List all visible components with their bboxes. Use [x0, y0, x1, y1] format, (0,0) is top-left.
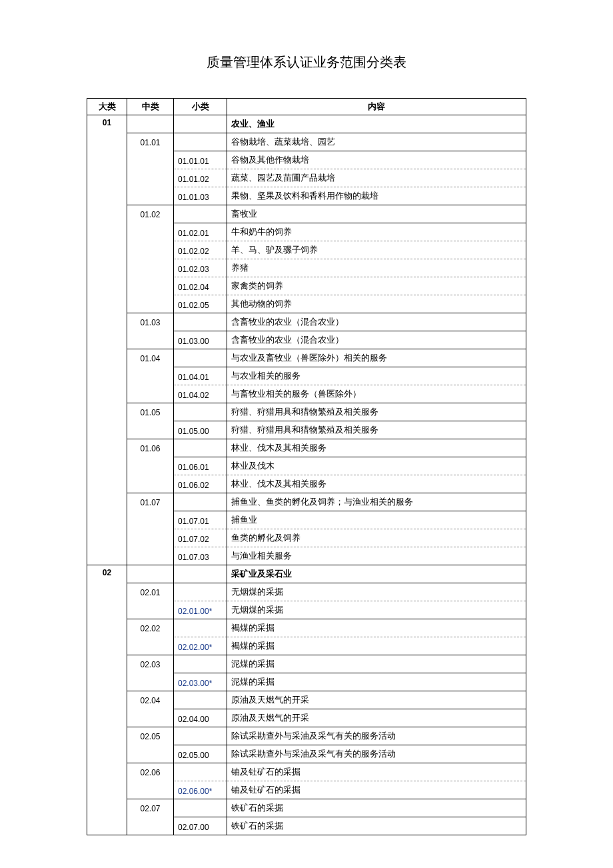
table-row: 01.02.01牛和奶牛的饲养: [87, 223, 526, 241]
cell-major: [87, 367, 127, 385]
table-row: 01.03含畜牧业的农业（混合农业）: [87, 313, 526, 331]
cell-mid: 01.07: [127, 493, 174, 511]
cell-content: 铀及钍矿石的采掘: [227, 763, 526, 781]
cell-mid: [127, 745, 174, 763]
cell-major: [87, 763, 127, 781]
cell-mid: 01.05: [127, 403, 174, 421]
table-row: 01.06.02林业、伐木及其相关服务: [87, 475, 526, 493]
cell-sub: 01.02.03: [174, 259, 227, 277]
cell-sub: 01.02.05: [174, 295, 227, 313]
table-row: 01.01谷物栽培、蔬菜栽培、园艺: [87, 133, 526, 151]
cell-sub: 01.05.00: [174, 421, 227, 439]
cell-major: [87, 169, 127, 187]
cell-content: 鱼类的孵化及饲养: [227, 529, 526, 547]
table-row: 01.06.01林业及伐木: [87, 457, 526, 475]
table-row: 01.02.04家禽类的饲养: [87, 277, 526, 295]
cell-sub: [174, 763, 227, 781]
cell-major: 01: [87, 115, 127, 133]
cell-mid: 02.05: [127, 727, 174, 745]
cell-content: 捕鱼业、鱼类的孵化及饲养；与渔业相关的服务: [227, 493, 526, 511]
cell-mid: [127, 475, 174, 493]
table-row: 01.05狩猎、狩猎用具和猎物繁殖及相关服务: [87, 403, 526, 421]
cell-mid: [127, 781, 174, 799]
cell-major: [87, 151, 127, 169]
cell-mid: [127, 295, 174, 313]
cell-content: 谷物及其他作物栽培: [227, 151, 526, 169]
cell-sub: [174, 403, 227, 421]
cell-mid: [127, 547, 174, 565]
cell-sub: 01.07.03: [174, 547, 227, 565]
cell-content: 林业、伐木及其相关服务: [227, 439, 526, 457]
cell-mid: 01.04: [127, 349, 174, 367]
cell-major: [87, 133, 127, 151]
table-row: 02.02褐煤的采掘: [87, 619, 526, 637]
cell-sub: [174, 619, 227, 637]
cell-major: [87, 187, 127, 205]
cell-mid: [127, 187, 174, 205]
cell-mid: [127, 817, 174, 835]
table-row: 01农业、渔业: [87, 115, 526, 133]
cell-content: 铁矿石的采掘: [227, 817, 526, 835]
header-content: 内容: [227, 99, 526, 115]
cell-sub: 01.07.01: [174, 511, 227, 529]
table-row: 01.02畜牧业: [87, 205, 526, 223]
cell-sub: 01.02.01: [174, 223, 227, 241]
cell-major: [87, 601, 127, 619]
table-row: 01.02.02羊、马、驴及骡子饲养: [87, 241, 526, 259]
cell-content: 除试采勘查外与采油及采气有关的服务活动: [227, 727, 526, 745]
cell-sub: 01.02.04: [174, 277, 227, 295]
cell-major: [87, 529, 127, 547]
cell-content: 泥煤的采掘: [227, 673, 526, 691]
table-row: 01.01.02蔬菜、园艺及苗圃产品栽培: [87, 169, 526, 187]
cell-major: [87, 313, 127, 331]
cell-mid: [127, 223, 174, 241]
cell-sub: 02.07.00: [174, 817, 227, 835]
cell-mid: 02.06: [127, 763, 174, 781]
cell-mid: [127, 169, 174, 187]
table-header-row: 大类 中类 小类 内容: [87, 99, 526, 115]
cell-sub: [174, 583, 227, 601]
cell-major: [87, 709, 127, 727]
table-row: 02.03.00*泥煤的采掘: [87, 673, 526, 691]
table-row: 02.05.00除试采勘查外与采油及采气有关的服务活动: [87, 745, 526, 763]
cell-content: 畜牧业: [227, 205, 526, 223]
cell-sub: 02.03.00*: [174, 673, 227, 691]
cell-sub: 01.03.00: [174, 331, 227, 349]
cell-major: [87, 403, 127, 421]
cell-sub: 02.02.00*: [174, 637, 227, 655]
cell-mid: [127, 259, 174, 277]
header-mid: 中类: [127, 99, 174, 115]
cell-major: [87, 493, 127, 511]
cell-sub: 01.04.01: [174, 367, 227, 385]
cell-sub: [174, 133, 227, 151]
cell-content: 林业、伐木及其相关服务: [227, 475, 526, 493]
table-row: 01.04.02与畜牧业相关的服务（兽医除外）: [87, 385, 526, 403]
cell-major: [87, 691, 127, 709]
cell-content: 谷物栽培、蔬菜栽培、园艺: [227, 133, 526, 151]
cell-major: [87, 655, 127, 673]
cell-content: 无烟煤的采掘: [227, 601, 526, 619]
document-page: 质量管理体系认证业务范围分类表 大类 中类 小类 内容 01农业、渔业01.01…: [0, 0, 613, 835]
cell-content: 牛和奶牛的饲养: [227, 223, 526, 241]
header-sub: 小类: [174, 99, 227, 115]
cell-sub: 02.04.00: [174, 709, 227, 727]
cell-mid: [127, 529, 174, 547]
cell-sub: 01.01.03: [174, 187, 227, 205]
cell-content: 农业、渔业: [227, 115, 526, 133]
cell-major: [87, 259, 127, 277]
cell-mid: [127, 331, 174, 349]
cell-content: 原油及天燃气的开采: [227, 709, 526, 727]
cell-mid: [127, 709, 174, 727]
cell-major: [87, 745, 127, 763]
table-row: 01.04.01与农业相关的服务: [87, 367, 526, 385]
cell-sub: 01.02.02: [174, 241, 227, 259]
cell-sub: [174, 691, 227, 709]
table-row: 02.03泥煤的采掘: [87, 655, 526, 673]
cell-sub: 01.06.01: [174, 457, 227, 475]
cell-content: 家禽类的饲养: [227, 277, 526, 295]
cell-sub: 01.07.02: [174, 529, 227, 547]
cell-major: [87, 799, 127, 817]
cell-sub: 02.06.00*: [174, 781, 227, 799]
cell-major: [87, 295, 127, 313]
cell-mid: 02.01: [127, 583, 174, 601]
